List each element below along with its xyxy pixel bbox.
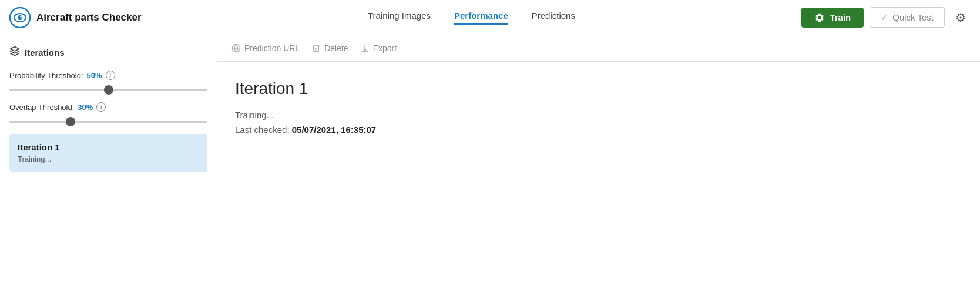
last-checked-prefix: Last checked: — [235, 125, 290, 135]
train-button[interactable]: Train — [801, 8, 864, 28]
iteration-item-status: Training... — [18, 155, 199, 163]
layers-icon — [9, 46, 20, 59]
overlap-info-icon[interactable]: i — [96, 102, 106, 112]
svg-point-2 — [18, 15, 22, 20]
train-button-label: Train — [830, 12, 851, 22]
overlap-threshold-value: 30% — [78, 103, 93, 112]
last-checked: Last checked: 05/07/2021, 16:35:07 — [235, 125, 962, 135]
gear-icon — [814, 12, 825, 23]
tab-predictions[interactable]: Predictions — [532, 11, 575, 25]
overlap-threshold-slider[interactable] — [9, 121, 207, 123]
check-icon: ✓ — [881, 13, 888, 22]
globe-icon — [231, 44, 241, 53]
eye-logo-icon — [9, 7, 31, 28]
settings-icon[interactable]: ⚙ — [951, 8, 971, 27]
probability-threshold-value: 50% — [87, 71, 102, 80]
export-icon — [360, 44, 370, 53]
delete-action[interactable]: Delete — [311, 44, 348, 53]
training-status: Training... — [235, 110, 962, 120]
export-label: Export — [373, 44, 397, 53]
quick-test-button[interactable]: ✓ Quick Test — [870, 7, 945, 28]
tab-performance[interactable]: Performance — [454, 11, 508, 25]
svg-marker-4 — [11, 47, 19, 52]
iteration-item-title: Iteration 1 — [18, 142, 199, 152]
quick-test-button-label: Quick Test — [892, 12, 934, 22]
iteration-title: Iteration 1 — [235, 79, 962, 98]
tab-training-images[interactable]: Training Images — [368, 11, 431, 25]
svg-point-3 — [20, 16, 21, 17]
delete-label: Delete — [324, 44, 348, 53]
iterations-header: Iterations — [9, 46, 207, 59]
app-title: Aircraft parts Checker — [36, 12, 142, 24]
export-action[interactable]: Export — [360, 44, 397, 53]
prediction-url-action[interactable]: Prediction URL — [231, 44, 300, 53]
iteration-list-item[interactable]: Iteration 1 Training... — [9, 134, 207, 172]
probability-info-icon[interactable]: i — [106, 71, 115, 80]
probability-threshold-label: Probability Threshold: 50% i — [9, 71, 207, 80]
last-checked-value: 05/07/2021, 16:35:07 — [292, 125, 376, 135]
trash-icon — [311, 44, 321, 53]
prediction-url-label: Prediction URL — [244, 44, 300, 53]
probability-threshold-slider[interactable] — [9, 89, 207, 91]
overlap-threshold-label: Overlap Threshold: 30% i — [9, 102, 207, 112]
